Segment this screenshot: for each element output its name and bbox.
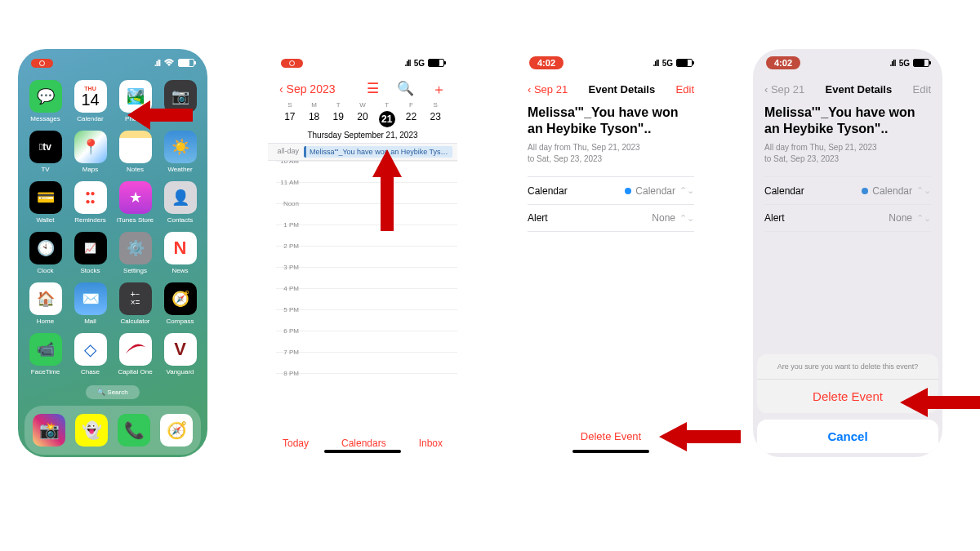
app-news[interactable]: NNews xyxy=(159,232,201,274)
list-icon[interactable]: ☰ xyxy=(367,80,379,99)
dock-instagram[interactable]: 📸 xyxy=(33,414,65,447)
dates-row[interactable]: 17181920212223 xyxy=(268,109,457,129)
page-title: Event Details xyxy=(589,83,656,96)
app-grid: 💬Messages THU14Calendar 🏞️Photos 📷Camera… xyxy=(18,77,207,375)
dock-safari[interactable]: 🧭 xyxy=(160,414,193,447)
event-title: Melissa'"_You have won an Heybike Tyson"… xyxy=(528,104,694,137)
app-mail[interactable]: ✉️Mail xyxy=(69,282,111,325)
back-button: ‹ Sep 21 xyxy=(764,83,804,96)
home-indicator[interactable] xyxy=(572,450,649,453)
event-date-range: All day from Thu, Sep 21, 2023to Sat, Se… xyxy=(764,142,931,165)
calendar-color-dot xyxy=(625,188,631,194)
app-notes[interactable]: Notes xyxy=(114,131,156,173)
event-title: Melissa'"_You have won an Heybike Tyson"… xyxy=(764,104,931,137)
battery-icon xyxy=(178,59,194,67)
calendar-row[interactable]: Calendar Calendar⌃⌄ xyxy=(528,176,694,204)
screenshot-3-event: 4:02 .ıll5G ‹ Sep 21 Event Details Edit … xyxy=(516,49,706,457)
event-date-range: All day from Thu, Sep 21, 2023to Sat, Se… xyxy=(528,142,694,165)
action-sheet: Are you sure you want to delete this eve… xyxy=(757,354,938,453)
app-itunes-store[interactable]: ★iTunes Store xyxy=(114,181,156,224)
edit-button: Edit xyxy=(913,83,931,96)
dock: 📸 👻 📞 🧭 xyxy=(24,406,201,455)
alert-row[interactable]: Alert None⌃⌄ xyxy=(528,204,694,232)
screenshot-2-calendar: .ıll5G ‹ Sep 2023 ☰ 🔍 ＋ SMTWTFS 17181920… xyxy=(268,49,457,457)
allday-row: all-day Melissa'"_You have won an Heybik… xyxy=(268,143,457,161)
calendar-nav: ‹ Sep 2023 ☰ 🔍 ＋ xyxy=(268,77,457,101)
home-indicator[interactable] xyxy=(324,450,401,453)
full-date: Thursday September 21, 2023 xyxy=(268,129,457,143)
app-home[interactable]: 🏠Home xyxy=(24,282,66,325)
signal-icon: .ıll xyxy=(154,59,160,68)
iphone-home-screen: .ıll 💬Messages THU14Calendar 🏞️Photos 📷C… xyxy=(18,49,207,457)
inbox-button[interactable]: Inbox xyxy=(419,438,443,449)
app-compass[interactable]: 🧭Compass xyxy=(159,282,201,325)
app-settings[interactable]: ⚙️Settings xyxy=(114,232,156,274)
delete-event-button[interactable]: Delete Event xyxy=(516,430,706,442)
app-maps[interactable]: 📍Maps xyxy=(69,131,111,173)
app-camera[interactable]: 📷Camera xyxy=(159,80,201,122)
app-messages[interactable]: 💬Messages xyxy=(24,80,66,122)
alert-row: Alert None⌃⌄ xyxy=(764,204,931,232)
event-detail-screen: 4:02 .ıll5G ‹ Sep 21 Event Details Edit … xyxy=(516,49,706,457)
screenshot-1-home: .ıll 💬Messages THU14Calendar 🏞️Photos 📷C… xyxy=(18,49,207,457)
today-button[interactable]: Today xyxy=(283,438,309,449)
search-icon: 🔍 xyxy=(97,389,105,396)
time-pill: 4:02 xyxy=(529,56,564,69)
signal-icon: .ıll xyxy=(405,59,411,68)
back-button[interactable]: ‹ Sep 2023 xyxy=(279,82,336,96)
calendars-button[interactable]: Calendars xyxy=(341,438,386,449)
app-calculator[interactable]: +−×=Calculator xyxy=(114,282,156,325)
dock-phone[interactable]: 📞 xyxy=(118,414,150,447)
app-chase[interactable]: ◇Chase xyxy=(69,333,111,375)
battery-icon xyxy=(428,59,444,67)
allday-event[interactable]: Melissa'"_You have won an Heybike Tyson"… xyxy=(304,146,452,158)
app-facetime[interactable]: 📹FaceTime xyxy=(24,333,66,375)
app-vanguard[interactable]: VVanguard xyxy=(159,333,201,375)
sheet-cancel-button[interactable]: Cancel xyxy=(757,420,938,453)
app-contacts[interactable]: 👤Contacts xyxy=(159,181,201,224)
status-bar: .ıll5G xyxy=(268,49,457,77)
status-bar: 4:02 .ıll5G xyxy=(753,49,942,77)
battery-icon xyxy=(913,59,929,67)
search-pill[interactable]: 🔍Search xyxy=(86,385,140,399)
battery-icon xyxy=(676,59,693,67)
weekday-header: SMTWTFS xyxy=(268,101,457,109)
status-bar: .ıll xyxy=(18,49,207,77)
screenshot-4-confirm: 4:02 .ıll5G ‹ Sep 21 Event Details Edit … xyxy=(753,49,942,457)
search-icon[interactable]: 🔍 xyxy=(397,80,414,99)
edit-button[interactable]: Edit xyxy=(676,83,694,96)
event-delete-confirm-screen: 4:02 .ıll5G ‹ Sep 21 Event Details Edit … xyxy=(753,49,942,457)
sheet-message: Are you sure you want to delete this eve… xyxy=(757,354,938,380)
chevron-updown-icon: ⌃⌄ xyxy=(679,185,694,196)
hour-grid[interactable]: 10 AM 11 AM Noon 1 PM 2 PM 3 PM 4 PM 5 P… xyxy=(268,161,457,394)
app-capital-one[interactable]: Capital One xyxy=(114,333,156,375)
calendar-row: Calendar Calendar⌃⌄ xyxy=(764,176,931,204)
wifi-icon xyxy=(163,59,175,67)
app-photos[interactable]: 🏞️Photos xyxy=(114,80,156,122)
back-button[interactable]: ‹ Sep 21 xyxy=(528,83,568,96)
app-reminders[interactable]: ●●●●Reminders xyxy=(69,181,111,224)
page-title: Event Details xyxy=(826,83,893,96)
app-stocks[interactable]: 📈Stocks xyxy=(69,232,111,274)
time-pill: 4:02 xyxy=(766,56,800,69)
app-wallet[interactable]: 💳Wallet xyxy=(24,181,66,224)
sheet-delete-button[interactable]: Delete Event xyxy=(757,380,938,413)
event-nav: ‹ Sep 21 Event Details Edit xyxy=(516,77,706,101)
status-bar: 4:02 .ıll5G xyxy=(516,49,706,77)
app-weather[interactable]: ☀️Weather xyxy=(159,131,201,173)
dock-snapchat[interactable]: 👻 xyxy=(75,414,108,447)
calendar-footer: Today Calendars Inbox xyxy=(268,438,457,449)
app-clock[interactable]: 🕙Clock xyxy=(24,232,66,274)
calendar-day-screen: .ıll5G ‹ Sep 2023 ☰ 🔍 ＋ SMTWTFS 17181920… xyxy=(268,49,457,457)
chevron-updown-icon: ⌃⌄ xyxy=(679,213,694,224)
app-calendar[interactable]: THU14Calendar xyxy=(69,80,111,122)
network-label: 5G xyxy=(414,59,425,68)
app-tv[interactable]: tvTV xyxy=(24,131,66,173)
event-nav: ‹ Sep 21 Event Details Edit xyxy=(753,77,942,101)
add-icon[interactable]: ＋ xyxy=(432,80,446,99)
